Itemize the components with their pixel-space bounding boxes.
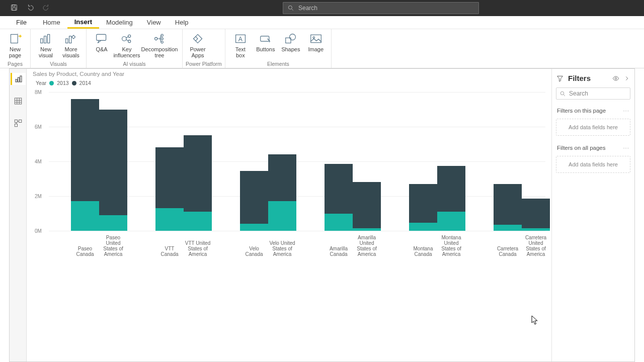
svg-rect-26 (18, 77, 20, 82)
image-button[interactable]: Image (304, 30, 328, 52)
filters-search[interactable]: Search (556, 87, 630, 100)
chart-title: Sales by Product, Country and Year (32, 71, 548, 77)
x-tick-label: VTT United States of America (184, 240, 212, 257)
save-icon[interactable] (10, 4, 18, 13)
bar[interactable] (268, 154, 296, 231)
undo-icon[interactable] (26, 4, 34, 13)
svg-point-17 (161, 41, 163, 43)
bar[interactable] (71, 99, 99, 231)
report-canvas[interactable]: Sales by Product, Country and Year Year … (27, 69, 551, 361)
svg-rect-1 (13, 5, 15, 6)
x-tick-label: Velo United States of America (268, 240, 296, 257)
chart-visual[interactable]: Sales by Product, Country and Year Year … (32, 71, 548, 257)
svg-point-12 (128, 35, 131, 37)
filters-allpages-section: Filters on all pages··· (552, 142, 634, 154)
chevron-right-icon[interactable] (623, 75, 630, 82)
tab-modeling[interactable]: Modeling (99, 16, 140, 29)
group-label-pp: Power Platform (186, 61, 222, 68)
filter-icon (556, 74, 564, 82)
power-apps-button[interactable]: Power Apps (186, 30, 210, 58)
x-tick-label: Montana Canada (409, 246, 437, 257)
legend-swatch-2014 (72, 81, 76, 85)
eye-icon[interactable] (612, 75, 619, 82)
bar[interactable] (494, 184, 522, 231)
x-tick-label: Carretera Canada (494, 246, 522, 257)
qa-button[interactable]: Q&A (90, 30, 114, 52)
bar[interactable] (325, 164, 353, 231)
tab-home[interactable]: Home (36, 16, 67, 29)
body: Sales by Product, Country and Year Year … (9, 68, 635, 362)
svg-rect-8 (66, 39, 68, 43)
ribbon-tabs: File Home Insert Modeling View Help (0, 16, 644, 29)
search-icon (559, 90, 566, 97)
svg-point-13 (128, 40, 131, 43)
filters-page-section: Filters on this page··· (552, 105, 634, 117)
filters-allpages-dropzone[interactable]: Add data fields here (556, 156, 630, 173)
key-influencers-button[interactable]: Key influencers (115, 30, 139, 58)
svg-point-22 (289, 34, 295, 40)
x-tick-label: VTT Canada (155, 246, 184, 257)
buttons-button[interactable]: Buttons (254, 30, 278, 52)
svg-rect-27 (20, 76, 22, 82)
svg-rect-31 (15, 124, 17, 127)
tab-file[interactable]: File (9, 16, 36, 29)
tab-help[interactable]: Help (168, 16, 196, 29)
new-page-button[interactable]: New page (3, 30, 27, 58)
x-tick-label: Velo Canada (240, 246, 268, 257)
model-view-button[interactable] (11, 117, 26, 129)
tab-insert[interactable]: Insert (67, 16, 99, 29)
redo-icon[interactable] (42, 4, 50, 13)
data-view-button[interactable] (11, 95, 26, 107)
svg-rect-9 (69, 36, 71, 43)
x-tick-label: Montana United States of America (437, 235, 465, 257)
chart-plot-area: 0M2M4M6M8MPaseo CanadaPaseo United State… (49, 92, 545, 231)
bar[interactable] (522, 199, 550, 231)
new-visual-button[interactable]: New visual (34, 30, 58, 58)
search-placeholder: Search (298, 5, 317, 12)
text-box-button[interactable]: A Text box (228, 30, 253, 58)
y-tick-label: 4M (35, 159, 42, 164)
group-label-elements: Elements (228, 61, 328, 68)
bar[interactable] (99, 110, 127, 231)
svg-text:A: A (238, 36, 242, 43)
filters-title: Filters (568, 74, 591, 82)
bar[interactable] (240, 171, 268, 231)
global-search[interactable]: Search (283, 2, 479, 14)
bar[interactable] (409, 184, 437, 231)
y-tick-label: 2M (35, 194, 42, 199)
tab-view[interactable]: View (140, 16, 168, 29)
bar[interactable] (155, 147, 184, 231)
report-view-button[interactable] (11, 73, 26, 85)
x-tick-label: Paseo Canada (71, 246, 99, 257)
shapes-button[interactable]: Shapes (279, 30, 303, 52)
x-tick-label: Carretera United States of America (522, 235, 550, 257)
svg-rect-10 (97, 34, 106, 40)
x-tick-label: Amarilla Canada (325, 246, 353, 257)
svg-rect-6 (44, 36, 46, 43)
decomposition-tree-button[interactable]: Decomposition tree (140, 30, 179, 58)
filters-page-dropzone[interactable]: Add data fields here (556, 119, 630, 136)
svg-point-33 (560, 92, 564, 95)
bar[interactable] (437, 166, 465, 231)
legend-label-2013: 2013 (57, 80, 68, 86)
group-label-pages: Pages (3, 61, 27, 68)
y-tick-label: 6M (35, 124, 42, 130)
svg-rect-28 (15, 98, 22, 104)
bar[interactable] (184, 135, 212, 231)
svg-rect-5 (41, 39, 43, 43)
more-visuals-button[interactable]: More visuals (59, 30, 83, 58)
svg-rect-20 (260, 36, 269, 41)
bar[interactable] (353, 182, 381, 231)
view-rail (10, 69, 27, 361)
group-label-visuals: Visuals (34, 61, 83, 68)
legend-label-2014: 2014 (79, 80, 91, 86)
svg-point-15 (161, 34, 163, 36)
y-tick-label: 8M (35, 89, 42, 95)
mouse-cursor (531, 315, 538, 325)
y-tick-label: 0M (35, 228, 42, 234)
svg-point-16 (161, 38, 163, 40)
search-icon (287, 5, 294, 12)
svg-rect-25 (16, 79, 17, 82)
x-tick-label: Paseo United States of America (99, 235, 127, 257)
x-tick-label: Amarilla United States of America (353, 235, 381, 257)
